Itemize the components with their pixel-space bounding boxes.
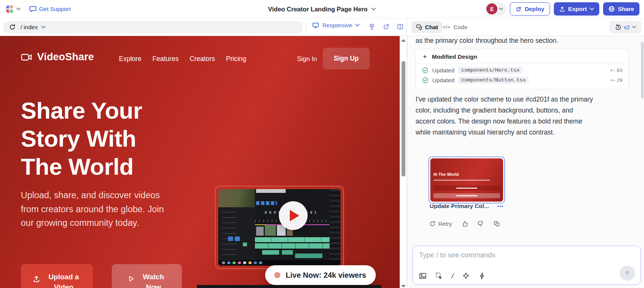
file-action: Updated xyxy=(432,77,455,84)
nav-link-explore[interactable]: Explore xyxy=(119,55,141,63)
open-in-new-tab-icon[interactable] xyxy=(383,23,390,30)
quick-actions-icon[interactable] xyxy=(478,272,485,280)
chat-composer[interactable]: / xyxy=(412,246,641,285)
play-outline-icon xyxy=(128,275,135,282)
check-circle-icon xyxy=(422,67,428,74)
design-card-title: Modified Design xyxy=(432,53,477,60)
next-section-edge xyxy=(197,285,381,288)
hero-subtext-line: from creators around the globe. Join xyxy=(21,202,164,216)
chat-tab-label: Chat xyxy=(425,24,438,31)
thumbs-up-button[interactable] xyxy=(461,220,468,227)
assistant-message-line: I've updated the color scheme to use #cd… xyxy=(416,94,593,105)
hero-subtext-line: Upload, share, and discover videos xyxy=(21,188,164,202)
chat-input[interactable] xyxy=(419,251,635,259)
split-view-icon[interactable] xyxy=(397,23,404,30)
hero-heading: Share Your Story With The World xyxy=(21,97,142,181)
version-thumbnail-card[interactable]: th The World xyxy=(428,157,505,203)
hero-heading-line: Share Your xyxy=(21,97,142,125)
watch-now-button[interactable]: Watch Now xyxy=(112,264,182,288)
route-chevron-icon xyxy=(41,26,45,28)
upload-video-button[interactable]: Upload a Video xyxy=(21,264,93,288)
diff-number: 29 xyxy=(617,77,622,83)
play-button[interactable] xyxy=(279,201,308,230)
route-path: / index xyxy=(20,24,38,31)
video-camera-icon xyxy=(21,53,32,62)
file-change-row[interactable]: Updated components/Hero.tsx +-83 xyxy=(416,64,628,74)
thumbs-down-button[interactable] xyxy=(477,220,485,227)
file-path-chip: components/Hero.tsx xyxy=(458,67,523,74)
hero-heading-line: Story With xyxy=(21,125,142,153)
upload-video-label: Upload a Video xyxy=(46,272,81,288)
preview-panel: VideoShare Explore Features Creators Pri… xyxy=(0,36,400,288)
live-badge-label: Live Now: 24k viewers xyxy=(286,271,366,280)
select-element-icon[interactable] xyxy=(435,272,443,280)
version-selector[interactable]: v2 xyxy=(610,21,641,33)
site-logo[interactable]: VideoShare xyxy=(21,51,94,63)
retry-icon xyxy=(429,221,436,227)
diff-count: +-29 xyxy=(610,77,622,83)
tab-chat[interactable]: Chat xyxy=(412,21,442,33)
slash-command-icon[interactable]: / xyxy=(452,272,453,280)
preview-scrollbar[interactable] xyxy=(400,36,406,288)
video-editor-mockup xyxy=(218,189,341,266)
scroll-up-arrow[interactable] xyxy=(401,39,406,42)
send-button[interactable] xyxy=(620,266,635,281)
viewport-selector[interactable]: Responsive xyxy=(312,22,360,28)
component-tree-icon[interactable] xyxy=(368,23,375,30)
diff-plus: + xyxy=(610,77,613,83)
integrations-icon[interactable] xyxy=(462,272,470,280)
copy-button[interactable] xyxy=(494,221,500,227)
chat-scrollbar-thumb[interactable] xyxy=(641,42,644,99)
live-dot-icon xyxy=(274,272,280,278)
project-title: Video Creator Landing Page Hero xyxy=(268,6,368,13)
retry-button[interactable]: Retry xyxy=(429,221,452,227)
code-icon: </> xyxy=(442,24,450,30)
file-change-row[interactable]: Updated components/Button.tsx +-29 xyxy=(416,74,628,84)
nav-link-pricing[interactable]: Pricing xyxy=(226,55,247,63)
play-icon xyxy=(290,210,299,221)
assistant-message-clipped: as the primary color throughout the hero… xyxy=(416,36,558,45)
nav-link-features[interactable]: Features xyxy=(152,55,178,63)
dock-strip xyxy=(218,260,341,266)
toolbar-panel-divider xyxy=(406,18,407,36)
refresh-icon[interactable] xyxy=(9,24,16,30)
mini-hero-subtext-bar xyxy=(433,180,490,181)
assistant-message: I've updated the color scheme to use #cd… xyxy=(416,94,593,138)
toolbar-divider xyxy=(306,22,306,32)
viewport-label: Responsive xyxy=(322,22,352,28)
diff-number: 83 xyxy=(617,67,622,73)
hero-heading-line: The World xyxy=(21,153,142,181)
url-bar[interactable]: / index xyxy=(3,21,303,33)
thumbs-down-icon xyxy=(477,220,485,227)
version-menu-dots[interactable]: ••• xyxy=(497,203,504,209)
version-label: v2 xyxy=(624,24,630,30)
site-nav: Explore Features Creators Pricing xyxy=(119,55,246,63)
tab-code[interactable]: </> Code xyxy=(442,21,467,33)
top-bar: Get Support Video Creator Landing Page H… xyxy=(0,0,644,18)
assistant-message-line: accent colors. The design now features a… xyxy=(416,116,593,127)
assistant-message-line: while maintaining visual hierarchy and c… xyxy=(416,127,593,138)
copy-icon xyxy=(494,221,500,227)
send-arrow-icon xyxy=(624,270,631,277)
route-selector[interactable]: / index xyxy=(20,24,45,31)
project-title-chevron-icon[interactable] xyxy=(371,8,376,11)
sign-up-button[interactable]: Sign Up xyxy=(323,48,370,69)
sign-in-link[interactable]: Sign In xyxy=(297,55,317,63)
scroll-down-arrow[interactable] xyxy=(401,285,406,288)
app-window: { "topbar": { "get_support": "Get Suppor… xyxy=(0,0,644,288)
chat-bubbles-icon xyxy=(416,24,422,30)
diff-plus: + xyxy=(610,67,613,73)
code-tab-label: Code xyxy=(453,24,467,31)
scrollbar-thumb[interactable] xyxy=(402,61,405,177)
version-thumbnail-preview: th The World xyxy=(430,158,503,202)
video-thumbnail xyxy=(218,189,341,266)
site-brand-name: VideoShare xyxy=(37,51,94,63)
sparkle-icon xyxy=(422,54,428,60)
hero-subtext-line: our growing community today. xyxy=(21,216,164,230)
message-actions: Retry xyxy=(429,220,500,227)
nav-link-creators[interactable]: Creators xyxy=(189,55,215,63)
chat-panel: as the primary color throughout the hero… xyxy=(407,36,644,288)
attach-image-icon[interactable] xyxy=(419,272,427,279)
version-title-link[interactable]: Update Primary Col... xyxy=(430,203,489,210)
live-viewers-badge: Live Now: 24k viewers xyxy=(265,265,376,285)
